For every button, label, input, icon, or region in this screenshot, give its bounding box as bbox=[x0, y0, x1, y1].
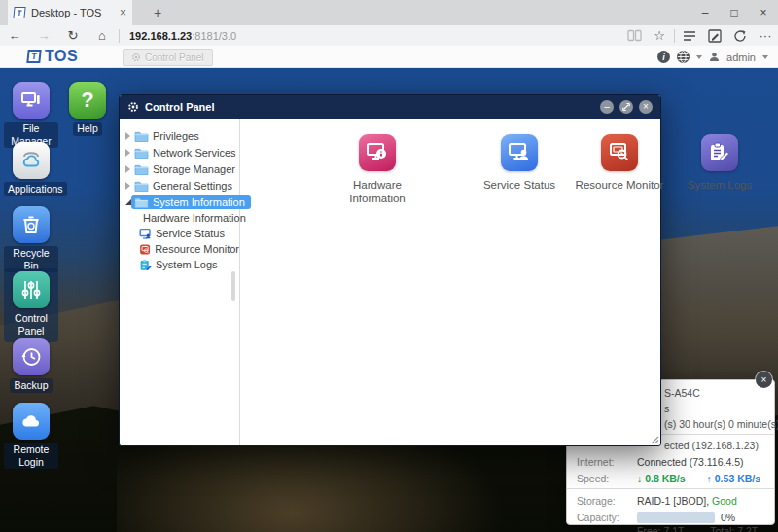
applications-icon bbox=[13, 142, 50, 179]
desktop-icon-recycle-bin[interactable]: Recycle Bin bbox=[4, 206, 58, 273]
control-panel-window: Control Panel – × Privileges bbox=[119, 94, 661, 446]
home-icon[interactable]: ⌂ bbox=[88, 28, 117, 43]
browser-maximize-button[interactable]: □ bbox=[720, 0, 749, 25]
help-icon: ? bbox=[69, 82, 106, 119]
desktop-icon-help[interactable]: ? Help bbox=[60, 82, 115, 136]
popup-close-icon[interactable]: × bbox=[756, 372, 772, 388]
tab-close-icon[interactable]: × bbox=[120, 6, 126, 19]
tree-item-hardware-information[interactable]: Hardware Information bbox=[120, 210, 239, 226]
folder-icon bbox=[134, 147, 149, 159]
desktop-icon-applications[interactable]: Applications bbox=[4, 142, 58, 196]
storage-health-status: Good bbox=[712, 495, 737, 507]
desktop-icon-label: Control Panel bbox=[4, 311, 58, 337]
tree-item-storage-manager[interactable]: Storage Manager bbox=[120, 160, 239, 177]
app-resource-monitor[interactable]: Resource Monitor bbox=[571, 134, 668, 192]
tree-item-label: Hardware Information bbox=[143, 212, 246, 224]
share-icon[interactable] bbox=[727, 29, 753, 43]
question-mark-glyph: ? bbox=[81, 88, 93, 113]
tos-header: T TOS Control Panel i admin bbox=[0, 46, 778, 68]
tree-item-label: Service Status bbox=[156, 228, 225, 239]
resource-monitor-icon bbox=[601, 134, 638, 171]
taskbar-tab-control-panel[interactable]: Control Panel bbox=[123, 49, 213, 66]
free-space: Free: 7.1T, bbox=[637, 525, 686, 532]
screen: T Desktop - TOS × + – □ × ← → ↻ ⌂ 192.16… bbox=[0, 0, 778, 532]
url-path: :8181/3.0 bbox=[192, 30, 236, 42]
tree-scrollbar-thumb[interactable] bbox=[231, 271, 235, 301]
window-content: Hardware Information Service Status Reso… bbox=[240, 119, 660, 445]
desktop-icon-control-panel[interactable]: Control Panel bbox=[4, 268, 58, 342]
reading-view-icon[interactable] bbox=[621, 29, 647, 42]
web-note-icon[interactable] bbox=[702, 29, 727, 43]
window-resize-button[interactable] bbox=[619, 100, 633, 114]
app-service-status[interactable]: Service Status bbox=[471, 134, 568, 192]
service-status-icon bbox=[139, 228, 152, 240]
tree-item-system-information[interactable]: System Information bbox=[120, 194, 239, 210]
app-hardware-information[interactable]: Hardware Information bbox=[338, 134, 416, 206]
user-icon bbox=[709, 52, 720, 62]
toolbar-divider bbox=[119, 29, 120, 43]
hardware-information-icon bbox=[359, 134, 396, 171]
tos-logo-icon: T bbox=[26, 50, 41, 63]
tree-item-network-services[interactable]: Network Services bbox=[120, 144, 239, 160]
total-space: Total: 7.2T bbox=[710, 525, 758, 532]
window-close-button[interactable]: × bbox=[639, 100, 653, 114]
upload-arrow-icon: ↑ bbox=[707, 473, 712, 484]
language-globe-icon[interactable] bbox=[677, 51, 690, 63]
tree-item-label: System Logs bbox=[156, 259, 218, 270]
system-logs-icon bbox=[701, 134, 738, 171]
toolbar-divider bbox=[674, 29, 675, 43]
upload-speed: 0.53 KB/s bbox=[715, 473, 760, 484]
window-title: Control Panel bbox=[145, 101, 594, 113]
capacity-row: Capacity: 0% bbox=[567, 509, 774, 525]
chevron-down-icon[interactable] bbox=[762, 55, 768, 59]
recycle-bin-icon bbox=[13, 206, 50, 243]
tree-item-system-logs[interactable]: System Logs bbox=[120, 257, 239, 272]
back-icon[interactable]: ← bbox=[0, 28, 29, 43]
browser-tabbar: T Desktop - TOS × + – □ × bbox=[0, 0, 778, 25]
address-bar[interactable]: 192.168.1.23 :8181/3.0 bbox=[122, 25, 621, 46]
caret-collapsed-icon[interactable] bbox=[125, 132, 130, 140]
favorites-star-icon[interactable]: ☆ bbox=[647, 28, 672, 43]
caret-collapsed-icon[interactable] bbox=[125, 149, 130, 157]
system-logs-icon bbox=[139, 259, 152, 271]
backup-icon bbox=[13, 338, 50, 375]
tree-item-general-settings[interactable]: General Settings bbox=[120, 177, 239, 194]
window-resize-gripper[interactable] bbox=[649, 434, 659, 444]
folder-icon bbox=[134, 163, 149, 175]
capacity-bar bbox=[637, 512, 715, 523]
window-titlebar[interactable]: Control Panel – × bbox=[120, 95, 660, 119]
info-icon[interactable]: i bbox=[657, 51, 670, 63]
username-label[interactable]: admin bbox=[726, 52, 756, 63]
desktop-icon-remote-login[interactable]: Remote Login bbox=[4, 403, 58, 470]
new-tab-button[interactable]: + bbox=[144, 0, 171, 25]
url-host: 192.168.1.23 bbox=[129, 30, 192, 42]
caret-collapsed-icon[interactable] bbox=[125, 182, 130, 190]
taskbar-tab-label: Control Panel bbox=[145, 53, 204, 63]
desktop-icon-label: Backup bbox=[10, 378, 52, 393]
hub-icon[interactable] bbox=[677, 30, 702, 42]
forward-icon[interactable]: → bbox=[29, 28, 58, 43]
browser-tab[interactable]: T Desktop - TOS × bbox=[8, 0, 132, 25]
tree-item-resource-monitor[interactable]: Resource Monitor bbox=[120, 241, 239, 257]
refresh-icon[interactable]: ↻ bbox=[58, 28, 88, 43]
more-options-icon[interactable]: ··· bbox=[753, 28, 778, 43]
window-minimize-button[interactable]: – bbox=[600, 100, 614, 114]
chevron-down-icon[interactable] bbox=[696, 55, 702, 59]
tree-item-privileges[interactable]: Privileges bbox=[120, 127, 239, 144]
app-label: Hardware Information bbox=[338, 178, 416, 206]
tree-item-service-status[interactable]: Service Status bbox=[120, 226, 239, 241]
desktop-icon-backup[interactable]: Backup bbox=[4, 338, 58, 393]
capacity-detail-row: Free: 7.1T, Total: 7.2T bbox=[567, 525, 774, 532]
caret-collapsed-icon[interactable] bbox=[125, 165, 130, 173]
settings-tree: Privileges Network Services Storage Mana… bbox=[120, 119, 240, 445]
app-system-logs[interactable]: System Logs bbox=[671, 134, 768, 192]
tab-title: Desktop - TOS bbox=[31, 7, 114, 18]
desktop-icon-label: Applications bbox=[4, 182, 67, 196]
desktop-icon-file-manager[interactable]: File Manager bbox=[4, 82, 58, 149]
browser-minimize-button[interactable]: – bbox=[690, 0, 720, 25]
gear-icon bbox=[127, 101, 139, 113]
browser-close-button[interactable]: × bbox=[749, 0, 778, 25]
popup-divider bbox=[567, 488, 774, 489]
speed-label: Speed: bbox=[577, 473, 637, 484]
internet-value: Connected (73.116.4.5) bbox=[637, 456, 744, 468]
